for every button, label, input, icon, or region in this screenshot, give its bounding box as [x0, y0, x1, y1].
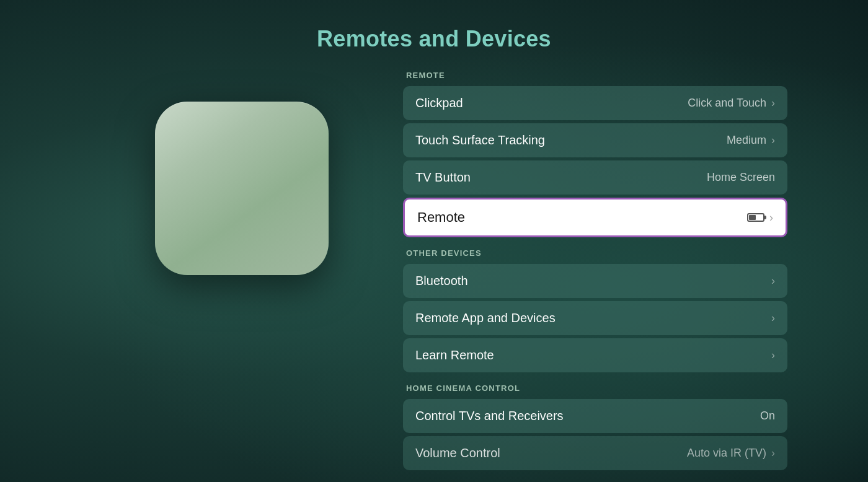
remote-section: REMOTE Clickpad Click and Touch › Touch …	[403, 71, 787, 237]
tv-button-value: Home Screen	[707, 171, 775, 184]
page: Remotes and Devices REMOTE Clickpad Clic…	[0, 0, 868, 482]
page-title: Remotes and Devices	[317, 26, 551, 52]
volume-control-item[interactable]: Volume Control Auto via IR (TV) ›	[403, 436, 787, 470]
device-section	[81, 64, 403, 275]
learn-remote-item[interactable]: Learn Remote ›	[403, 338, 787, 372]
remote-app-devices-right: ›	[771, 312, 775, 325]
clickpad-label: Clickpad	[415, 96, 463, 110]
control-tvs-value: On	[760, 410, 775, 423]
battery-body	[747, 213, 764, 222]
other-devices-section-label: OTHER DEVICES	[406, 248, 787, 258]
touch-surface-tracking-item[interactable]: Touch Surface Tracking Medium ›	[403, 123, 787, 157]
bluetooth-right: ›	[771, 274, 775, 287]
remote-app-devices-label: Remote App and Devices	[415, 311, 556, 325]
home-cinema-section: HOME CINEMA CONTROL Control TVs and Rece…	[403, 383, 787, 470]
touch-surface-chevron-icon: ›	[771, 134, 775, 147]
volume-control-right: Auto via IR (TV) ›	[687, 447, 775, 460]
tv-button-item[interactable]: TV Button Home Screen	[403, 160, 787, 195]
remote-chevron-icon: ›	[769, 211, 773, 224]
bluetooth-chevron-icon: ›	[771, 274, 775, 287]
apple-tv-device	[155, 102, 329, 275]
clickpad-chevron-icon: ›	[771, 97, 775, 110]
learn-remote-chevron-icon: ›	[771, 349, 775, 362]
battery-icon	[747, 213, 764, 222]
volume-control-label: Volume Control	[415, 446, 500, 460]
remote-section-label: REMOTE	[406, 71, 787, 80]
remote-item[interactable]: Remote ›	[403, 198, 787, 237]
other-devices-section: OTHER DEVICES Bluetooth › Remote App and…	[403, 248, 787, 372]
remote-label: Remote	[417, 209, 465, 226]
control-tvs-label: Control TVs and Receivers	[415, 409, 564, 423]
remote-right: ›	[747, 211, 773, 224]
settings-section: REMOTE Clickpad Click and Touch › Touch …	[403, 64, 787, 481]
remote-app-devices-item[interactable]: Remote App and Devices ›	[403, 301, 787, 335]
bluetooth-item[interactable]: Bluetooth ›	[403, 264, 787, 298]
clickpad-value: Click and Touch ›	[688, 97, 775, 110]
remote-app-chevron-icon: ›	[771, 312, 775, 325]
control-tvs-receivers-item[interactable]: Control TVs and Receivers On	[403, 399, 787, 433]
home-cinema-section-label: HOME CINEMA CONTROL	[406, 383, 787, 393]
learn-remote-right: ›	[771, 349, 775, 362]
touch-surface-value: Medium ›	[727, 134, 775, 147]
touch-surface-label: Touch Surface Tracking	[415, 133, 545, 147]
volume-control-chevron-icon: ›	[771, 447, 775, 460]
learn-remote-label: Learn Remote	[415, 348, 494, 362]
volume-control-value: Auto via IR (TV)	[687, 447, 766, 460]
tv-button-label: TV Button	[415, 170, 471, 185]
clickpad-item[interactable]: Clickpad Click and Touch ›	[403, 86, 787, 120]
content-area: REMOTE Clickpad Click and Touch › Touch …	[0, 64, 868, 478]
battery-fill	[749, 215, 756, 220]
bluetooth-label: Bluetooth	[415, 274, 468, 288]
